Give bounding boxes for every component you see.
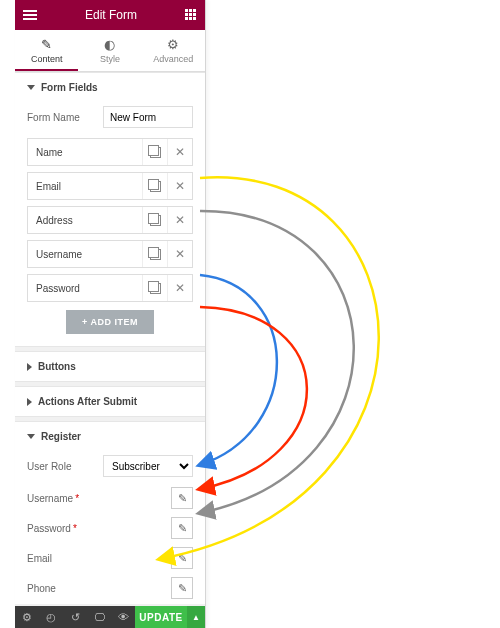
update-caret[interactable]: ▲ — [187, 606, 205, 628]
form-name-row: Form Name — [27, 106, 193, 128]
panel-footer: ⚙ ◴ ↺ 🖵 👁 UPDATE ▲ — [15, 606, 205, 628]
pencil-icon: ✎ — [15, 37, 78, 52]
user-role-label: User Role — [27, 461, 71, 472]
pencil-icon[interactable]: ✎ — [171, 547, 193, 569]
tabs: ✎Content ◐Style ⚙Advanced — [15, 30, 205, 72]
field-item[interactable]: Address✕ — [27, 206, 193, 234]
section-header-register[interactable]: Register — [15, 422, 205, 451]
panel-body: Form Fields Form Name Name✕ Email✕ Addre… — [15, 72, 205, 604]
chevron-right-icon — [27, 398, 32, 406]
preview-icon[interactable]: 👁 — [111, 611, 135, 623]
settings-icon[interactable]: ⚙ — [15, 611, 39, 624]
panel-header: Edit Form — [15, 0, 205, 30]
close-icon[interactable]: ✕ — [167, 173, 192, 199]
duplicate-icon[interactable] — [142, 139, 167, 165]
widgets-icon[interactable] — [185, 9, 197, 21]
section-header-actions[interactable]: Actions After Submit — [15, 387, 205, 416]
close-icon[interactable]: ✕ — [167, 275, 192, 301]
tab-style[interactable]: ◐Style — [78, 30, 141, 71]
editor-panel: Edit Form ✎Content ◐Style ⚙Advanced Form… — [15, 0, 206, 628]
field-item[interactable]: Email✕ — [27, 172, 193, 200]
register-row-password: Password*✎ — [27, 517, 193, 539]
pencil-icon[interactable]: ✎ — [171, 577, 193, 599]
pencil-icon[interactable]: ✎ — [171, 487, 193, 509]
history-icon[interactable]: ↺ — [63, 611, 87, 624]
close-icon[interactable]: ✕ — [167, 241, 192, 267]
duplicate-icon[interactable] — [142, 173, 167, 199]
chevron-down-icon — [27, 434, 35, 439]
contrast-icon: ◐ — [78, 37, 141, 52]
duplicate-icon[interactable] — [142, 207, 167, 233]
duplicate-icon[interactable] — [142, 241, 167, 267]
menu-icon[interactable] — [23, 10, 37, 20]
field-item[interactable]: Name✕ — [27, 138, 193, 166]
duplicate-icon[interactable] — [142, 275, 167, 301]
user-role-row: User Role Subscriber — [27, 455, 193, 477]
field-item[interactable]: Password✕ — [27, 274, 193, 302]
form-name-input[interactable] — [103, 106, 193, 128]
tab-advanced[interactable]: ⚙Advanced — [142, 30, 205, 71]
register-row-email: Email✎ — [27, 547, 193, 569]
section-buttons: Buttons — [15, 351, 205, 382]
field-item[interactable]: Username✕ — [27, 240, 193, 268]
responsive-icon[interactable]: 🖵 — [87, 611, 111, 623]
tab-content[interactable]: ✎Content — [15, 30, 78, 71]
chevron-right-icon — [27, 363, 32, 371]
add-field-button[interactable]: ADD ITEM — [66, 310, 154, 334]
user-role-select[interactable]: Subscriber — [103, 455, 193, 477]
close-icon[interactable]: ✕ — [167, 139, 192, 165]
revisions-icon[interactable]: ◴ — [39, 611, 63, 624]
pencil-icon[interactable]: ✎ — [171, 517, 193, 539]
chevron-down-icon — [27, 85, 35, 90]
form-name-label: Form Name — [27, 112, 80, 123]
close-icon[interactable]: ✕ — [167, 207, 192, 233]
section-form-fields: Form Fields Form Name Name✕ Email✕ Addre… — [15, 72, 205, 347]
update-button[interactable]: UPDATE — [135, 606, 187, 628]
section-register: Register User Role Subscriber Username*✎… — [15, 421, 205, 604]
register-row-username: Username*✎ — [27, 487, 193, 509]
section-header-buttons[interactable]: Buttons — [15, 352, 205, 381]
panel-title: Edit Form — [85, 8, 137, 22]
gear-icon: ⚙ — [142, 37, 205, 52]
register-row-phone: Phone✎ — [27, 577, 193, 599]
section-actions: Actions After Submit — [15, 386, 205, 417]
section-header-form-fields[interactable]: Form Fields — [15, 73, 205, 102]
